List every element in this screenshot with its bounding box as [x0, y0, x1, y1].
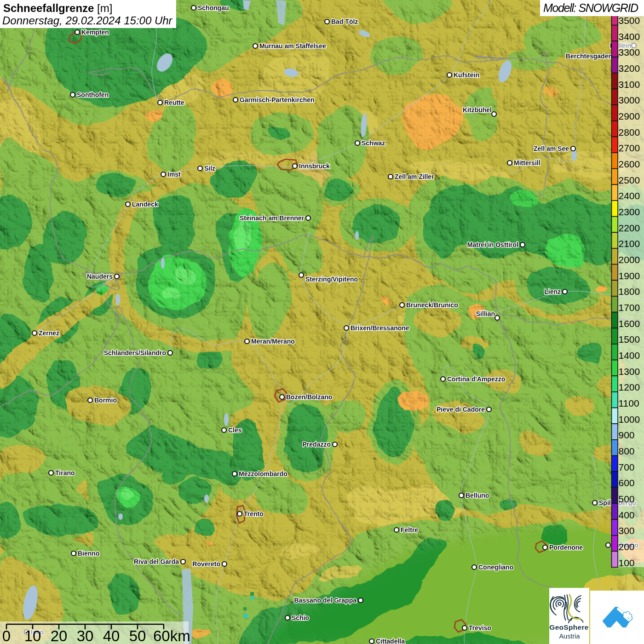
svg-text:1700: 1700 — [619, 302, 640, 313]
svg-text:Mezzolombardo: Mezzolombardo — [239, 470, 288, 477]
svg-text:0: 0 — [2, 627, 11, 644]
svg-text:100: 100 — [619, 558, 635, 568]
svg-text:400: 400 — [619, 510, 635, 520]
svg-text:1300: 1300 — [619, 366, 640, 377]
svg-text:Treviso: Treviso — [469, 624, 491, 632]
svg-text:Silz: Silz — [204, 165, 215, 172]
svg-text:Bormio: Bormio — [94, 397, 117, 404]
svg-text:Murnau am Staffelsee: Murnau am Staffelsee — [259, 42, 326, 50]
svg-text:2300: 2300 — [619, 207, 640, 217]
svg-text:Mittersill: Mittersill — [514, 159, 540, 167]
svg-text:Schneefallgrenze [m]: Schneefallgrenze [m] — [3, 2, 112, 14]
svg-text:1200: 1200 — [619, 382, 640, 392]
svg-text:800: 800 — [619, 446, 635, 456]
svg-text:Berchtesgaden: Berchtesgaden — [566, 52, 612, 60]
svg-text:Schongau: Schongau — [198, 4, 229, 12]
svg-text:Sillian: Sillian — [476, 310, 495, 317]
svg-text:20: 20 — [51, 627, 68, 644]
svg-text:200: 200 — [619, 541, 635, 552]
svg-text:Bad Tölz: Bad Tölz — [331, 18, 358, 25]
svg-text:Pordenone: Pordenone — [549, 544, 583, 551]
svg-text:3000: 3000 — [619, 95, 640, 105]
svg-text:Predazzo: Predazzo — [303, 441, 331, 448]
svg-text:Landeck: Landeck — [132, 201, 158, 208]
svg-text:30: 30 — [77, 627, 94, 644]
svg-text:Riva del Garda: Riva del Garda — [134, 558, 179, 565]
svg-text:Tirano: Tirano — [55, 469, 75, 477]
svg-text:3100: 3100 — [619, 79, 640, 90]
svg-text:Lienz: Lienz — [544, 288, 561, 295]
svg-text:3200: 3200 — [619, 63, 640, 74]
svg-text:Sterzing/Vipiteno: Sterzing/Vipiteno — [305, 276, 358, 283]
svg-text:2400: 2400 — [619, 190, 640, 201]
svg-text:Garmisch-Partenkirchen: Garmisch-Partenkirchen — [240, 96, 315, 104]
svg-text:2200: 2200 — [619, 223, 640, 233]
svg-text:1600: 1600 — [619, 318, 640, 329]
svg-text:Kempten: Kempten — [81, 29, 109, 36]
svg-text:2700: 2700 — [619, 143, 640, 153]
svg-text:Bassano del Grappa: Bassano del Grappa — [294, 597, 357, 604]
svg-text:10: 10 — [24, 627, 41, 644]
svg-text:Steinach am Brenner: Steinach am Brenner — [240, 214, 305, 222]
svg-text:2500: 2500 — [619, 175, 640, 185]
svg-text:1800: 1800 — [619, 286, 640, 297]
svg-text:3300: 3300 — [619, 47, 640, 58]
svg-text:Kufstein: Kufstein — [454, 71, 479, 79]
svg-text:Cles: Cles — [228, 426, 242, 434]
svg-text:Schlanders/Silandro: Schlanders/Silandro — [104, 349, 166, 356]
svg-text:50: 50 — [129, 627, 146, 644]
svg-text:Schio: Schio — [292, 614, 309, 621]
svg-text:600: 600 — [619, 477, 635, 488]
svg-text:Brixen/Bressanone: Brixen/Bressanone — [351, 324, 409, 332]
svg-text:Sonthofen: Sonthofen — [77, 91, 109, 98]
svg-text:40: 40 — [103, 627, 120, 644]
svg-text:1900: 1900 — [619, 270, 640, 281]
svg-text:Belluno: Belluno — [466, 492, 489, 499]
svg-text:900: 900 — [619, 430, 635, 440]
svg-text:Schwaz: Schwaz — [362, 139, 385, 147]
svg-text:Nauders: Nauders — [87, 273, 113, 280]
svg-text:Bienno: Bienno — [78, 550, 99, 557]
svg-text:Kitzbühel: Kitzbühel — [463, 106, 492, 114]
svg-text:Innsbruck: Innsbruck — [299, 162, 330, 170]
svg-text:Zell am Ziller: Zell am Ziller — [395, 173, 434, 180]
svg-text:GeoSphere: GeoSphere — [549, 623, 588, 631]
svg-text:500: 500 — [619, 494, 635, 504]
svg-text:700: 700 — [619, 462, 635, 472]
svg-text:1000: 1000 — [619, 414, 640, 425]
svg-text:1100: 1100 — [619, 398, 639, 408]
svg-text:Cittadella: Cittadella — [376, 638, 405, 644]
svg-text:Reutte: Reutte — [164, 99, 184, 106]
svg-text:Trento: Trento — [244, 510, 264, 518]
svg-text:Conegliano: Conegliano — [478, 564, 513, 571]
svg-text:2600: 2600 — [619, 159, 640, 169]
svg-text:2900: 2900 — [619, 111, 640, 121]
svg-text:60km: 60km — [153, 627, 190, 644]
svg-text:Cortina d'Ampezzo: Cortina d'Ampezzo — [447, 375, 505, 383]
svg-text:Imst: Imst — [167, 171, 181, 178]
svg-text:3400: 3400 — [619, 31, 640, 42]
svg-text:Bozen/Bolzano: Bozen/Bolzano — [286, 393, 332, 401]
svg-text:Pieve di Cadore: Pieve di Cadore — [437, 406, 485, 413]
svg-text:Rovereto: Rovereto — [192, 560, 220, 568]
svg-text:1400: 1400 — [619, 350, 640, 361]
svg-text:3500: 3500 — [619, 15, 640, 26]
svg-text:Meran/Merano: Meran/Merano — [251, 338, 295, 345]
svg-text:300: 300 — [619, 525, 635, 536]
svg-text:1500: 1500 — [619, 334, 640, 345]
svg-text:2100: 2100 — [619, 238, 640, 249]
svg-text:2000: 2000 — [619, 254, 640, 265]
svg-text:Zernez: Zernez — [39, 329, 59, 337]
svg-text:Bruneck/Brunico: Bruneck/Brunico — [406, 301, 458, 309]
svg-text:Matrei in Osttirol: Matrei in Osttirol — [467, 241, 518, 248]
svg-text:2800: 2800 — [619, 127, 640, 138]
svg-text:Zell am See: Zell am See — [534, 145, 569, 152]
svg-text:Donnerstag, 29.02.2024 15:00 U: Donnerstag, 29.02.2024 15:00 Uhr — [2, 14, 173, 27]
svg-text:Feltre: Feltre — [401, 526, 418, 534]
svg-text:Modell: SNOWGRID: Modell: SNOWGRID — [543, 1, 638, 14]
svg-text:Austria: Austria — [559, 632, 580, 640]
